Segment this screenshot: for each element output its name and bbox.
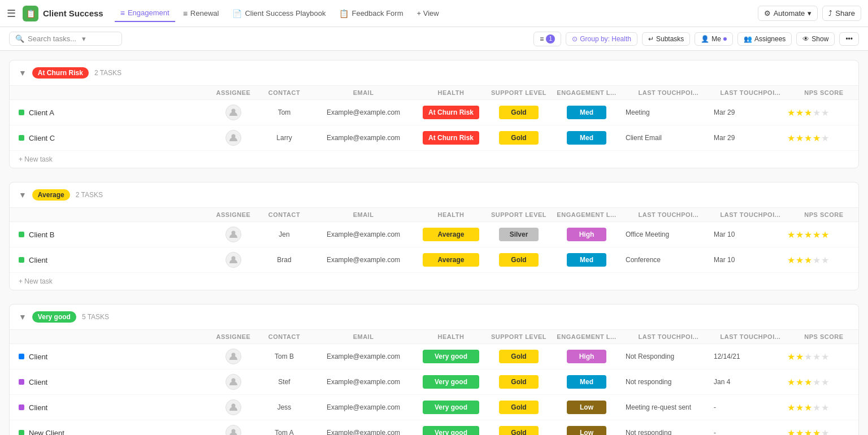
table-row[interactable]: Client A Tom Example@example.com At Chur… [10,100,858,125]
col-task-name [19,211,211,218]
support-cell: Gold [488,401,550,414]
nps-stars: ★★★★★ [787,229,861,240]
assignee-cell [211,227,256,242]
filter-chip[interactable]: ≡ 1 [533,32,561,46]
collapse-icon-verygood[interactable]: ▼ [19,312,27,321]
more-options-chip[interactable]: ••• [839,32,859,46]
star-2: ★ [796,229,804,240]
collapse-icon-churn[interactable]: ▼ [19,68,27,77]
col-headers-verygood: ASSIGNEE CONTACT EMAIL HEALTH SUPPORT LE… [10,330,858,344]
email-cell: Example@example.com [313,378,414,386]
assignee-avatar[interactable] [225,399,241,415]
tab-add-view[interactable]: + View [411,6,445,21]
assignee-avatar[interactable] [225,425,241,435]
assignee-cell [211,349,256,364]
col-email: EMAIL [313,333,414,340]
table-row[interactable]: Client Tom B Example@example.com Very go… [10,344,858,369]
tab-playbook[interactable]: 📄 Client Success Playbook [227,6,331,21]
assignees-chip[interactable]: 👥 Assignees [737,32,792,46]
assignee-cell [211,425,256,435]
table-row[interactable]: Client Brad Example@example.com Average … [10,247,858,273]
col-email: EMAIL [313,89,414,96]
task-name-text: Client [29,353,47,361]
renewal-tab-icon: ≡ [183,9,188,18]
task-name-text: Client C [29,134,55,142]
support-cell: Silver [488,228,550,241]
assignee-avatar[interactable] [225,227,241,242]
support-cell: Gold [488,253,550,267]
star-2: ★ [796,133,804,143]
table-row[interactable]: Client B Jen Example@example.com Average… [10,222,858,247]
assignee-avatar[interactable] [225,130,241,146]
health-badge: Very good [423,350,479,363]
engagement-badge: Med [567,106,606,119]
task-name-cell: Client [19,378,211,386]
engagement-badge: Med [567,253,606,267]
table-row[interactable]: Client Jess Example@example.com Very goo… [10,395,858,420]
table-row[interactable]: New Client Tom A Example@example.com Ver… [10,420,858,435]
nps-cell: ★★★★★ [787,402,861,413]
task-count-verygood: 5 TASKS [82,313,109,321]
nps-cell: ★★★★★ [787,255,861,266]
touchpoint2-cell: Mar 29 [714,108,787,116]
app-icon: 📋 [23,6,38,21]
table-row[interactable]: Client Stef Example@example.com Very goo… [10,369,858,395]
automate-button[interactable]: ⚙ Automate ▾ [758,6,818,21]
tab-feedback[interactable]: 📋 Feedback Form [333,6,409,21]
task-name-cell: Client [19,256,211,264]
health-badge: At Churn Risk [423,106,479,119]
star-3: ★ [804,377,812,388]
col-nps: NPS SCORE [787,89,861,96]
assignee-avatar[interactable] [225,374,241,390]
star-5: ★ [821,107,829,118]
new-task-button[interactable]: + New task [10,273,858,290]
col-health: HEALTH [414,89,488,96]
star-3: ★ [804,351,812,362]
star-1: ★ [787,133,795,143]
tab-engagement[interactable]: ≡ Engagement [115,5,175,22]
col-health: HEALTH [414,333,488,340]
star-4: ★ [813,351,821,362]
engagement-badge: Med [567,375,606,389]
col-touchpoint1: LAST TOUCHPOI... [623,333,714,340]
share-button[interactable]: ⤴ Share [822,6,861,21]
engagement-badge: Low [567,426,606,435]
subtasks-chip[interactable]: ↵ Subtasks [642,32,690,46]
touchpoint1-cell: Meeting [623,108,714,116]
me-chip[interactable]: 👤 Me [695,32,733,46]
assignee-avatar[interactable] [225,105,241,120]
hamburger-menu-icon[interactable]: ☰ [7,7,16,20]
assignee-avatar[interactable] [225,252,241,268]
col-engagement: ENGAGEMENT L... [550,211,623,218]
task-name-cell: Client C [19,134,211,142]
col-contact: CONTACT [256,89,313,96]
assignee-avatar[interactable] [225,349,241,364]
support-badge: Silver [499,228,539,241]
new-task-button[interactable]: + New task [10,151,858,168]
search-box[interactable]: 🔍 Search tasks... ▾ [9,32,122,46]
star-5: ★ [821,402,829,413]
star-5: ★ [821,255,829,266]
star-2: ★ [796,351,804,362]
health-badge: Average [423,228,479,241]
task-dot [19,404,24,410]
col-health: HEALTH [414,211,488,218]
nps-stars: ★★★★★ [787,255,861,266]
group-badge-churn: At Churn Risk [32,67,89,79]
col-touchpoint1: LAST TOUCHPOI... [623,211,714,218]
me-dot [723,37,727,41]
health-cell: Very good [414,401,488,414]
show-chip[interactable]: 👁 Show [796,32,835,46]
search-chevron-icon: ▾ [82,34,86,43]
nps-stars: ★★★★★ [787,428,861,436]
collapse-icon-average[interactable]: ▼ [19,190,27,199]
task-count-average: 2 TASKS [76,191,103,199]
eye-icon: 👁 [802,35,809,43]
health-cell: At Churn Risk [414,106,488,119]
group-by-chip[interactable]: ⊙ Group by: Health [566,32,637,46]
nps-cell: ★★★★★ [787,107,861,118]
support-cell: Gold [488,131,550,145]
tab-renewal[interactable]: ≡ Renewal [177,6,225,21]
support-badge: Gold [499,426,539,435]
table-row[interactable]: Client C Larry Example@example.com At Ch… [10,125,858,151]
